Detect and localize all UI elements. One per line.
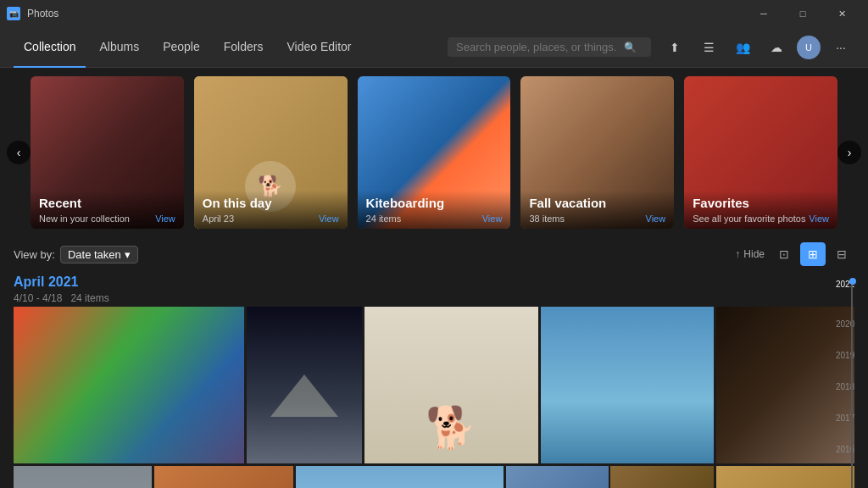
titlebar: 📷 Photos ─ □ ✕ (0, 0, 868, 27)
main-content: ‹ Recent New in your collection View 🐕 O… (0, 68, 868, 488)
card-overlay-favorites: Favorites See all your favorite photos V… (684, 191, 837, 229)
navbar-actions: ⬆ ☰ 👥 ☁ U ··· (661, 34, 854, 61)
hide-button[interactable]: ↑ Hide (735, 248, 765, 260)
avatar[interactable]: U (797, 36, 821, 59)
list-view-button[interactable]: ⊡ (771, 242, 797, 266)
card-subtitle-onthisday: April 23 (203, 214, 234, 224)
card-footer-favorites: See all your favorite photos View (693, 210, 829, 224)
titlebar-left: 📷 Photos (7, 7, 58, 20)
scroll-right-arrow[interactable]: › (837, 141, 861, 164)
gallery-view-buttons: ⊡ ⊞ ⊟ (771, 242, 854, 266)
card-overlay-fallvacation: Fall vacation 38 items View (520, 191, 674, 229)
navbar: Collection Albums People Folders Video E… (0, 27, 868, 68)
card-title-kiteboarding: Kiteboarding (366, 196, 503, 210)
viewby-option: Date taken (68, 248, 121, 261)
card-overlay-recent: Recent New in your collection View (31, 191, 184, 229)
maximize-button[interactable]: □ (783, 0, 822, 27)
nav-item-folders[interactable]: Folders (214, 27, 274, 68)
card-footer-fallvacation: 38 items View (529, 210, 665, 224)
card-view-favorites[interactable]: View (809, 214, 829, 224)
card-view-kiteboarding[interactable]: View (482, 214, 503, 224)
viewby-container: View by: Date taken ▾ (14, 246, 138, 263)
nav-item-albums[interactable]: Albums (89, 27, 149, 68)
card-subtitle-fallvacation: 38 items (529, 214, 565, 224)
card-footer-recent: New in your collection View (39, 210, 175, 224)
list-icon-button[interactable]: ☰ (695, 34, 722, 61)
arrow-up-icon: ↑ (735, 248, 740, 260)
featured-card-fallvacation[interactable]: Fall vacation 38 items View (520, 76, 674, 229)
photo-thumb-beach[interactable] (541, 307, 714, 463)
featured-card-onthisday[interactable]: 🐕 On this day April 23 View (194, 76, 348, 229)
photo-grid-top: 🐕 (14, 307, 854, 463)
card-title-onthisday: On this day (203, 196, 339, 210)
viewby-select[interactable]: Date taken ▾ (60, 246, 138, 263)
cloud-button[interactable]: ☁ (763, 34, 790, 61)
card-title-fallvacation: Fall vacation (529, 196, 665, 210)
card-title-favorites: Favorites (693, 196, 829, 210)
app-title: Photos (27, 8, 58, 19)
photo-thumb-skate[interactable] (14, 307, 244, 463)
card-footer-onthisday: April 23 View (203, 210, 339, 224)
titlebar-controls: ─ □ ✕ (744, 0, 861, 27)
scroll-left-arrow[interactable]: ‹ (7, 141, 31, 164)
nav-links: Collection Albums People Folders Video E… (14, 27, 448, 68)
chevron-down-icon: ▾ (125, 248, 131, 261)
grid-view-button[interactable]: ⊞ (800, 242, 826, 266)
photo-thumb-dog[interactable]: 🐕 (364, 307, 537, 463)
section-month: April 2021 (14, 274, 854, 290)
featured-card-recent[interactable]: Recent New in your collection View (31, 76, 184, 229)
photo-thumb-louvre[interactable] (247, 307, 362, 463)
gallery-controls: View by: Date taken ▾ ↑ Hide ⊡ ⊞ ⊟ (0, 237, 868, 271)
timeline: 2021 2020 2019 2018 2017 2016 (834, 271, 868, 488)
photo-grid-bottom: ✦ (14, 466, 854, 488)
hide-label: Hide (743, 248, 765, 260)
card-overlay-kiteboarding: Kiteboarding 24 items View (358, 191, 511, 229)
photo-thumb-grid-multi[interactable] (506, 466, 714, 488)
viewby-label: View by: (14, 248, 55, 261)
nav-item-video-editor[interactable]: Video Editor (276, 27, 361, 68)
card-footer-kiteboarding: 24 items View (366, 210, 503, 224)
more-button[interactable]: ··· (827, 34, 854, 61)
card-view-recent[interactable]: View (155, 214, 175, 224)
import-button[interactable]: ⬆ (661, 34, 688, 61)
card-overlay-onthisday: On this day April 23 View (194, 191, 348, 229)
card-subtitle-recent: New in your collection (39, 214, 130, 224)
photo-section: April 2021 4/10 - 4/18 24 items 🐕 (0, 271, 868, 488)
card-view-onthisday[interactable]: View (319, 214, 339, 224)
card-subtitle-favorites: See all your favorite photos (693, 214, 805, 224)
app-icon: 📷 (7, 7, 20, 20)
large-grid-view-button[interactable]: ⊟ (829, 242, 854, 266)
card-title-recent: Recent (39, 196, 175, 210)
people-icon-button[interactable]: 👥 (729, 34, 756, 61)
photo-thumb-canyon[interactable] (154, 466, 292, 488)
featured-card-kiteboarding[interactable]: Kiteboarding 24 items View (358, 76, 511, 229)
search-input[interactable] (456, 41, 617, 53)
featured-section: ‹ Recent New in your collection View 🐕 O… (0, 68, 868, 237)
search-icon: 🔍 (624, 42, 637, 53)
featured-card-favorites[interactable]: Favorites See all your favorite photos V… (684, 76, 837, 229)
photo-thumb-eiffel[interactable] (14, 466, 152, 488)
nav-item-people[interactable]: People (153, 27, 210, 68)
card-view-fallvacation[interactable]: View (646, 214, 666, 224)
search-bar: 🔍 (448, 37, 651, 57)
minimize-button[interactable]: ─ (744, 0, 783, 27)
photo-thumb-kite[interactable]: ✦ (296, 466, 504, 488)
nav-item-collection[interactable]: Collection (14, 27, 86, 68)
close-button[interactable]: ✕ (822, 0, 861, 27)
section-header: April 2021 4/10 - 4/18 24 items (14, 274, 854, 305)
card-subtitle-kiteboarding: 24 items (366, 214, 402, 224)
section-range: 4/10 - 4/18 24 items (14, 292, 109, 304)
